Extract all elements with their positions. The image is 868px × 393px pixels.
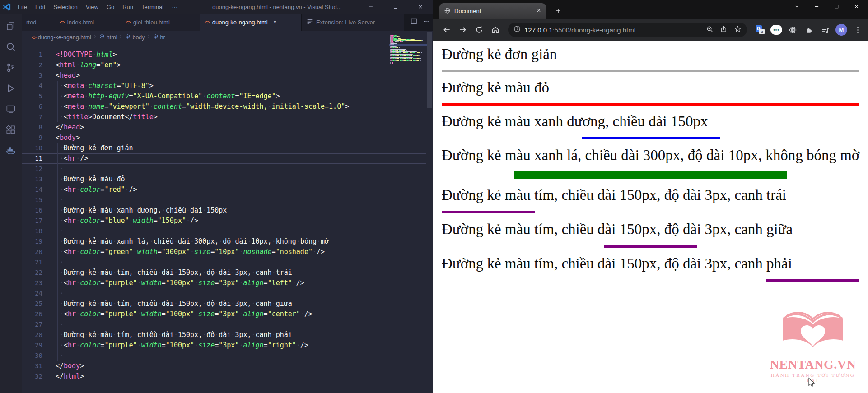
- new-tab-button[interactable]: [551, 4, 565, 18]
- run-debug-icon[interactable]: [4, 82, 18, 95]
- symbol-cube-icon: [153, 34, 159, 41]
- line-number: 4: [22, 81, 49, 91]
- code-text: ··<meta·charset="UTF-8">: [56, 81, 154, 91]
- code-line-24: 24··: [22, 288, 433, 299]
- line-number: 21: [22, 257, 49, 268]
- browser-chevron-down-icon[interactable]: [787, 0, 807, 13]
- code-text: </body>: [56, 361, 84, 371]
- code-line-9: 9<body>: [22, 133, 433, 143]
- browser-extensions-area: Ga ••• M: [752, 24, 863, 36]
- docker-icon[interactable]: [4, 144, 18, 157]
- line-number: 20: [22, 247, 49, 257]
- browser-minimize-icon[interactable]: [807, 0, 826, 13]
- extensions-icon[interactable]: [4, 123, 18, 137]
- menu-selection[interactable]: Selection: [49, 0, 81, 14]
- code-line-12: 12··: [22, 164, 433, 174]
- line-number: 23: [22, 278, 49, 288]
- code-line-10: 10··Đường·kẻ·đơn·giản: [22, 143, 433, 153]
- share-icon[interactable]: [720, 25, 728, 35]
- translate-icon[interactable]: Ga: [754, 24, 766, 36]
- menu-edit[interactable]: Edit: [31, 0, 49, 14]
- line-number: 30: [22, 351, 49, 361]
- line-number: 32: [22, 371, 49, 382]
- page-heading-1: Đường kẻ đơn giản: [442, 45, 859, 63]
- forward-button[interactable]: [456, 23, 470, 37]
- page-heading-4: Đường kẻ màu xanh lá, chiều dài 300px, đ…: [442, 146, 859, 164]
- code-line-5: 5··<meta·http-equiv="X-UA-Compatible"·co…: [22, 91, 433, 102]
- reload-button[interactable]: [472, 23, 486, 37]
- vscode-activity-bar: [0, 14, 22, 393]
- code-text: </html>: [56, 371, 84, 382]
- home-button[interactable]: [488, 23, 503, 37]
- zoom-icon[interactable]: [706, 25, 714, 35]
- remote-explorer-icon[interactable]: [4, 102, 18, 116]
- explorer-icon[interactable]: [4, 19, 18, 33]
- vscode-maximize-icon[interactable]: [383, 0, 408, 14]
- code-text: ··Đường·kẻ·màu·xanh·lá,·chiều·dài·300px,…: [56, 236, 329, 247]
- code-text: ··: [56, 257, 64, 268]
- editor-tab-index-html[interactable]: <>index.html: [55, 14, 121, 31]
- page-content: Đường kẻ đơn giảnĐường kẻ màu đỏĐường kẻ…: [433, 41, 868, 393]
- breadcrumb[interactable]: <>duong-ke-ngang.htmlhtmlbodyhr: [22, 31, 433, 44]
- search-icon[interactable]: [4, 40, 18, 54]
- url-host: 127.0.0.1: [524, 26, 553, 34]
- bookmark-star-icon[interactable]: [734, 25, 742, 35]
- code-line-18: 18··: [22, 226, 433, 236]
- minimap[interactable]: [389, 35, 427, 64]
- menu-file[interactable]: File: [14, 0, 31, 14]
- code-line-13: 13··Đường·kẻ·màu·đỏ: [22, 174, 433, 185]
- adblock-dots-icon[interactable]: •••: [770, 24, 782, 36]
- mouse-cursor: [807, 377, 817, 387]
- menu-[interactable]: ⋯: [168, 0, 182, 14]
- code-line-23: 23··<hr·color="purple"·width="100px"·siz…: [22, 278, 433, 288]
- breadcrumb-item-hr[interactable]: hr: [153, 34, 165, 41]
- code-text: ··<hr·color="purple"·width="100px"·size=…: [56, 309, 313, 319]
- editor-tab-duong-ke-ngang-html[interactable]: <>duong-ke-ngang.html×: [200, 14, 302, 31]
- menu-run[interactable]: Run: [118, 0, 137, 14]
- site-info-icon[interactable]: [513, 25, 521, 34]
- url-text[interactable]: 127.0.0.1:5500/duong-ke-ngang.html: [524, 26, 702, 34]
- code-line-21: 21··: [22, 257, 433, 268]
- address-bar[interactable]: 127.0.0.1:5500/duong-ke-ngang.html: [508, 23, 747, 37]
- line-number: 25: [22, 299, 49, 309]
- line-number: 31: [22, 361, 49, 371]
- code-text: ··<title>Document</title>: [56, 112, 158, 122]
- profile-avatar[interactable]: M: [835, 24, 847, 36]
- breadcrumb-item-body[interactable]: body: [125, 34, 145, 41]
- browser-close-icon[interactable]: [846, 0, 866, 13]
- html-file-icon: <>: [60, 19, 65, 25]
- breadcrumb-item-duong-ke-ngang-html[interactable]: <>duong-ke-ngang.html: [32, 34, 91, 41]
- editor-scrollbar[interactable]: [427, 32, 432, 108]
- vscode-minimize-icon[interactable]: [358, 0, 383, 14]
- editor-tab-rted[interactable]: rted: [22, 14, 55, 31]
- breadcrumb-item-html[interactable]: html: [99, 34, 117, 41]
- more-actions-icon[interactable]: [422, 18, 430, 27]
- code-line-15: 15··: [22, 195, 433, 205]
- menu-go[interactable]: Go: [103, 0, 118, 14]
- line-number: 6: [22, 102, 49, 112]
- vscode-close-icon[interactable]: [408, 0, 433, 14]
- browser-tab-document[interactable]: Document: [439, 3, 546, 19]
- line-number: 24: [22, 288, 49, 299]
- menu-terminal[interactable]: Terminal: [137, 0, 168, 14]
- editor-tab-gioi-thieu-html[interactable]: <>gioi-thieu.html: [121, 14, 200, 31]
- browser-menu-kebab-icon[interactable]: [852, 24, 863, 36]
- browser-maximize-icon[interactable]: [826, 0, 846, 13]
- tab-close-icon[interactable]: ×: [273, 18, 277, 26]
- code-line-32: 32</html>: [22, 371, 433, 382]
- media-playlist-icon[interactable]: [819, 24, 831, 36]
- menu-view[interactable]: View: [82, 0, 103, 14]
- tab-close-icon[interactable]: [536, 8, 541, 14]
- back-button[interactable]: [439, 23, 454, 37]
- editor-tab-extension-live-server[interactable]: Extension: Live Server: [302, 14, 404, 31]
- code-editor[interactable]: 1<!DOCTYPE·html>2<html·lang="en">3<head>…: [22, 44, 433, 393]
- code-line-2: 2<html·lang="en">: [22, 60, 433, 70]
- line-number: 3: [22, 70, 49, 81]
- code-line-16: 16··Đường·kẻ·màu·xanh·dương,·chiều·dài·1…: [22, 205, 433, 216]
- code-text: ··<hr·color="blue"·width="150px"·/>: [56, 216, 198, 226]
- browser-tab-title: Document: [454, 8, 532, 14]
- split-editor-icon[interactable]: [410, 18, 418, 27]
- source-control-icon[interactable]: [4, 61, 18, 74]
- extensions-puzzle-icon[interactable]: [803, 24, 815, 36]
- react-devtools-icon[interactable]: [787, 24, 798, 36]
